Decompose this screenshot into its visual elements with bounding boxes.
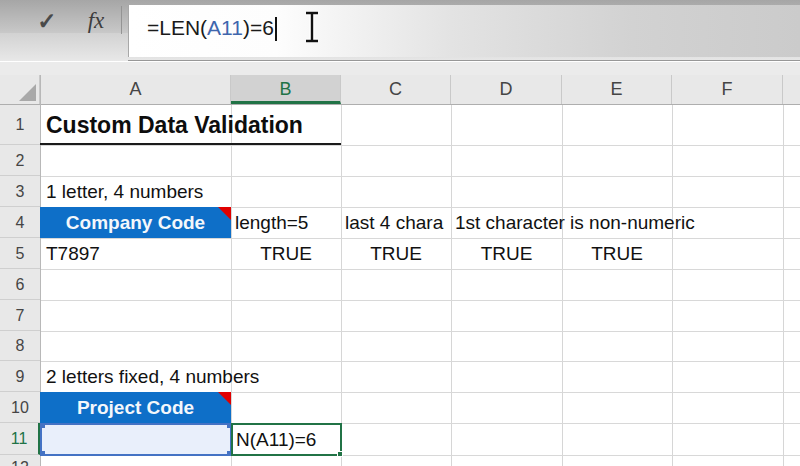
formula-bar-divider [121, 6, 122, 34]
excel-window: ✓ fx =LEN(A11)=6 A B C D E F 1 2 3 4 5 6… [0, 0, 800, 466]
row-header-9[interactable]: 9 [0, 361, 40, 392]
row-header-11[interactable]: 11 [0, 423, 40, 455]
gridline [231, 105, 232, 466]
gridline [41, 145, 800, 146]
cell-D4[interactable]: 1st character is non-numeric [455, 207, 695, 238]
formula-text-suffix: )=6 [243, 16, 274, 39]
column-header-c[interactable]: C [341, 75, 451, 104]
gridline [41, 331, 800, 332]
row-header-8[interactable]: 8 [0, 331, 40, 361]
cell-B4[interactable]: length=5 [235, 207, 308, 238]
row-header-12-partial[interactable]: 12 [0, 455, 40, 466]
cell-C4[interactable]: last 4 chara [345, 207, 451, 238]
gridline [341, 105, 342, 466]
cell-D5[interactable]: TRUE [451, 238, 562, 269]
select-all-corner[interactable] [0, 75, 40, 104]
row-header-5[interactable]: 5 [0, 238, 40, 269]
row-header-1[interactable]: 1 [0, 105, 40, 145]
row-header-2[interactable]: 2 [0, 145, 40, 176]
cell-B11-text: N(A11)=6 [236, 429, 316, 450]
cell-A1-title[interactable]: Custom Data Validation [46, 105, 303, 145]
row-header-10[interactable]: 10 [0, 392, 40, 423]
column-header-e[interactable]: E [562, 75, 672, 104]
gridline [783, 105, 784, 466]
cell-A10-project-code[interactable]: Project Code [40, 392, 231, 423]
row-header-4[interactable]: 4 [0, 207, 40, 238]
cell-A9[interactable]: 2 letters fixed, 4 numbers [46, 361, 259, 392]
gridline [672, 105, 673, 466]
row-header-3[interactable]: 3 [0, 176, 40, 207]
cell-E5[interactable]: TRUE [562, 238, 672, 269]
cell-A4-label: Company Code [66, 212, 205, 233]
cell-B5[interactable]: TRUE [231, 238, 341, 269]
ibeam-cursor-icon [303, 11, 321, 43]
cell-A3[interactable]: 1 letter, 4 numbers [46, 176, 203, 207]
select-all-triangle-icon [19, 84, 36, 101]
cell-A10-label: Project Code [77, 397, 194, 418]
formula-bar-lower-band [0, 62, 800, 75]
reference-handle[interactable] [40, 423, 45, 428]
cell-A4-company-code[interactable]: Company Code [40, 207, 231, 238]
comment-indicator-icon [218, 207, 231, 220]
title-bottom-border [40, 143, 341, 145]
formula-cell-reference: A11 [207, 16, 243, 39]
enter-formula-icon[interactable]: ✓ [30, 6, 64, 36]
text-caret [275, 17, 277, 41]
row-header-6[interactable]: 6 [0, 269, 40, 300]
row-header-7[interactable]: 7 [0, 300, 40, 331]
gridline [41, 300, 800, 301]
insert-function-icon[interactable]: fx [78, 5, 114, 37]
fill-handle[interactable] [337, 451, 343, 457]
cell-C5[interactable]: TRUE [341, 238, 451, 269]
formula-input[interactable]: =LEN(A11)=6 [128, 5, 800, 57]
comment-indicator-icon [218, 392, 231, 405]
column-header-b[interactable]: B [231, 75, 341, 104]
gridline [451, 105, 452, 466]
gridline [41, 269, 800, 270]
cell-A11-formula-reference[interactable] [40, 423, 232, 456]
reference-handle[interactable] [40, 451, 45, 456]
column-header-partial-g[interactable] [783, 75, 800, 104]
formula-bar-left-step [0, 33, 128, 61]
formula-text-prefix: =LEN( [147, 16, 207, 39]
cell-B11-edit-mode[interactable]: N(A11)=6 [231, 423, 342, 456]
column-header-a[interactable]: A [41, 75, 231, 104]
formula-bar: ✓ fx =LEN(A11)=6 [0, 0, 800, 61]
cell-A5[interactable]: T7897 [46, 238, 100, 269]
gridline [562, 105, 563, 466]
column-header-f[interactable]: F [672, 75, 783, 104]
column-header-d[interactable]: D [451, 75, 562, 104]
